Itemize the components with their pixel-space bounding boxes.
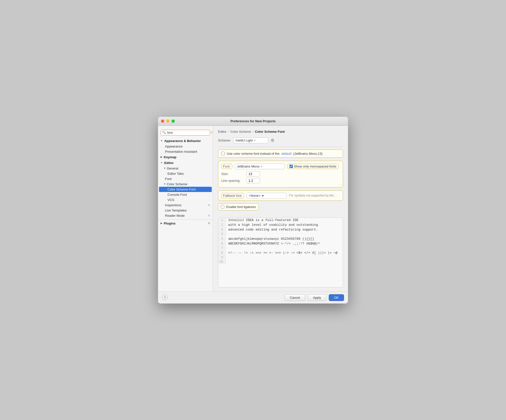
sidebar-item-console-font[interactable]: Console Font	[158, 192, 213, 197]
use-color-scheme-section: Use color scheme font instead of the def…	[218, 150, 343, 158]
sidebar-group-plugins[interactable]: ▶ Plugins ⚙	[158, 220, 213, 226]
ok-button[interactable]: OK	[329, 294, 344, 301]
line-spacing-input[interactable]	[246, 178, 260, 183]
preview-line-4: 4	[218, 232, 343, 236]
line-spacing-row: Line spacing:	[221, 178, 340, 183]
breadcrumb-sep-1: ›	[228, 130, 229, 133]
breadcrumb-color-scheme: Color Scheme	[230, 130, 251, 134]
help-button[interactable]: ?	[162, 295, 168, 300]
sidebar-group-appearance-behavior[interactable]: ▼ Appearance & Behavior	[158, 138, 213, 144]
line-content	[226, 248, 231, 249]
line-content: advanced code editing and refactoring su…	[226, 227, 320, 232]
minimize-button[interactable]	[166, 120, 170, 123]
ligatures-label: Enable font ligatures	[226, 205, 256, 209]
apply-button[interactable]: Apply	[308, 294, 326, 301]
line-number: 7	[218, 246, 226, 250]
use-color-scheme-label: Use color scheme font instead of the	[227, 152, 280, 156]
config-icon: ⚙	[208, 222, 210, 225]
chevron-down-icon: ▼	[160, 140, 163, 142]
preview-line-9: 9	[218, 255, 343, 260]
sidebar-item-reader-mode[interactable]: Reader Mode ⚙	[158, 213, 213, 218]
search-input[interactable]	[167, 131, 209, 134]
sidebar-item-inspections[interactable]: Inspections ⚙	[158, 202, 213, 208]
chevron-down-icon: ▾	[262, 194, 264, 198]
sidebar-subgroup-label: Color Scheme	[167, 182, 187, 186]
line-content: ABCDEFGHIJKLMNOPQRSTUVWXYZ +-*/= .,;:!? …	[226, 241, 322, 246]
line-number: 5	[218, 237, 226, 241]
line-content: with a high level of usability and outst…	[226, 222, 320, 227]
sidebar-group-keymap[interactable]: ▶ Keymap	[158, 154, 213, 160]
show-monospaced-label: Show only monospaced fonts	[294, 164, 336, 168]
default-link[interactable]: default	[282, 152, 291, 156]
line-number: 9	[218, 255, 226, 260]
line-number: 1	[218, 218, 226, 222]
scheme-dropdown[interactable]: IntelliJ Light ▾	[233, 138, 268, 143]
sidebar-group-label: Keymap	[164, 155, 176, 159]
fallback-hint: For symbols not supported by the main fo	[289, 194, 340, 197]
footer: ? Cancel Apply OK	[158, 292, 348, 304]
sidebar-item-live-templates[interactable]: Live Templates	[158, 208, 213, 213]
preview-line-7: 7	[218, 246, 343, 250]
preview-line-5: 5 abcdefghijklmnopqrstuvwxyz 0123456789 …	[218, 236, 343, 241]
sidebar-item-vcs[interactable]: VCS	[158, 197, 213, 202]
line-number: 2	[218, 223, 226, 227]
font-label: Font:	[221, 164, 232, 169]
preview-area: 1 IntelliJ IDEA is a full-featured IDE 2…	[218, 218, 343, 288]
font-settings-section: Font: JetBrains Mono ▾ Show only monospa…	[218, 161, 343, 188]
show-monospaced-checkbox[interactable]	[290, 165, 293, 168]
sidebar-group-label: Appearance & Behavior	[164, 139, 201, 143]
font-row: Font: JetBrains Mono ▾ Show only monospa…	[221, 164, 340, 169]
search-box: 🔍 ✕	[160, 130, 210, 136]
font-dropdown[interactable]: JetBrains Mono ▾	[235, 164, 285, 169]
line-content	[226, 262, 231, 263]
search-icon: 🔍	[162, 131, 166, 134]
line-content: IntelliJ IDEA is a full-featured IDE	[226, 218, 301, 222]
breadcrumb-current: Color Scheme Font	[255, 130, 285, 134]
scheme-label: Scheme:	[218, 138, 231, 142]
preferences-window: Preferences for New Projects 🔍 ✕ ▼ Appea…	[158, 117, 348, 304]
chevron-down-icon: ▾	[254, 139, 256, 142]
sidebar-item-editor-tabs[interactable]: Editor Tabs	[158, 171, 213, 176]
chevron-down-icon: ▼	[160, 162, 163, 164]
sidebar-item-font[interactable]: Font	[158, 176, 213, 182]
ligatures-checkbox[interactable]	[221, 205, 224, 208]
breadcrumb-editor: Editor	[218, 130, 226, 134]
cancel-button[interactable]: Cancel	[284, 294, 305, 301]
scheme-value: IntelliJ Light	[236, 138, 253, 142]
line-content	[226, 234, 231, 235]
line-content: <!-- -- != := === >= >- >=> |-> -> <$> <…	[226, 250, 340, 255]
chevron-down-icon: ▾	[261, 165, 262, 168]
line-number: 4	[218, 232, 226, 236]
sidebar-group-editor[interactable]: ▼ Editor	[158, 160, 213, 166]
show-monospaced-section: Show only monospaced fonts	[287, 164, 339, 169]
size-input[interactable]	[246, 171, 260, 176]
sidebar-subgroup-color-scheme[interactable]: ▼ Color Scheme	[158, 182, 213, 187]
config-icon: ⚙	[208, 214, 210, 217]
sidebar-item-presentation-assistant[interactable]: Presentation Assistant	[158, 149, 213, 154]
sidebar-item-color-scheme-font[interactable]: Color Scheme Font	[159, 187, 212, 192]
maximize-button[interactable]	[172, 120, 175, 123]
sidebar-item-appearance[interactable]: Appearance	[158, 144, 213, 149]
fallback-dropdown[interactable]: <None> ▾	[246, 193, 286, 198]
content-area: 🔍 ✕ ▼ Appearance & Behavior Appearance P…	[158, 126, 348, 292]
chevron-right-icon: ▶	[160, 156, 162, 158]
use-color-scheme-checkbox[interactable]	[221, 152, 225, 155]
titlebar: Preferences for New Projects	[158, 117, 348, 126]
line-number: 8	[218, 251, 226, 255]
sidebar-subgroup-general[interactable]: ▼ General	[158, 166, 213, 171]
preview-line-8: 8 <!-- -- != := === >= >- >=> |-> -> <$>…	[218, 250, 343, 255]
preview-line-1: 1 IntelliJ IDEA is a full-featured IDE	[218, 218, 343, 222]
search-clear-icon[interactable]: ✕	[210, 131, 213, 134]
sidebar-group-label: Plugins	[164, 222, 176, 225]
window-body: 🔍 ✕ ▼ Appearance & Behavior Appearance P…	[158, 126, 348, 304]
line-number: 6	[218, 242, 226, 246]
sidebar: 🔍 ✕ ▼ Appearance & Behavior Appearance P…	[158, 126, 213, 292]
sidebar-group-label: Editor	[164, 161, 174, 165]
gear-button[interactable]: ⚙	[271, 138, 274, 143]
close-button[interactable]	[161, 120, 164, 123]
line-content	[226, 257, 231, 258]
line-number: 3	[218, 228, 226, 232]
size-label: Size:	[221, 172, 244, 176]
fallback-value: <None>	[249, 194, 260, 198]
sidebar-item-label: Reader Mode	[165, 214, 185, 218]
